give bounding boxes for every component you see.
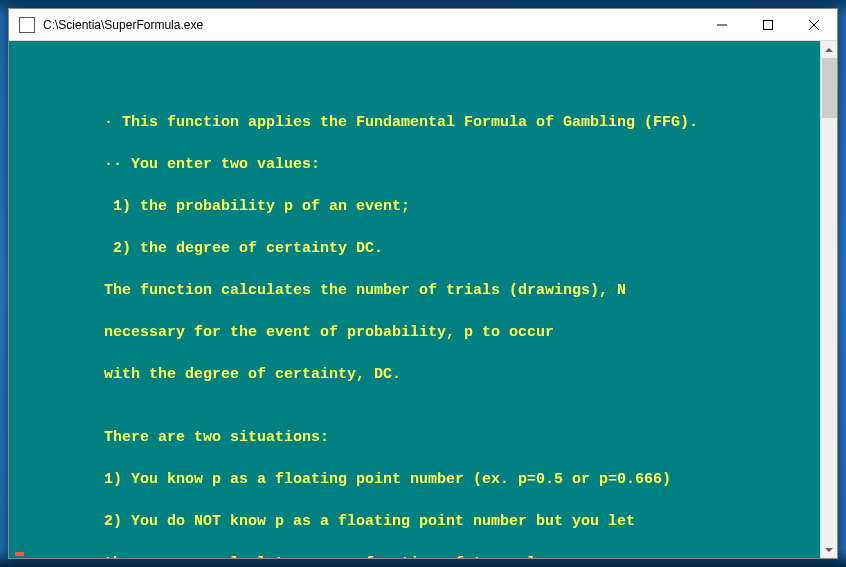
console[interactable]: · This function applies the Fundamental … xyxy=(9,41,820,558)
console-line: 1) You know p as a floating point number… xyxy=(9,469,820,490)
chevron-down-icon xyxy=(825,548,833,552)
console-line: necessary for the event of probability, … xyxy=(9,322,820,343)
svg-rect-1 xyxy=(764,20,773,29)
console-line: The function calculates the number of tr… xyxy=(9,280,820,301)
chevron-up-icon xyxy=(825,48,833,52)
scroll-down-button[interactable] xyxy=(821,541,837,558)
titlebar[interactable]: C:\Scientia\SuperFormula.exe xyxy=(9,9,837,41)
close-button[interactable] xyxy=(791,9,837,40)
console-line: 2) You do NOT know p as a floating point… xyxy=(9,511,820,532)
console-line: 1) the probability p of an event; xyxy=(9,196,820,217)
titlebar-controls xyxy=(699,9,837,40)
client-area: · This function applies the Fundamental … xyxy=(9,41,837,558)
console-line: with the degree of certainty, DC. xyxy=(9,364,820,385)
maximize-button[interactable] xyxy=(745,9,791,40)
app-window: C:\Scientia\SuperFormula.exe · This func… xyxy=(8,8,838,559)
console-line: the program calculate p as a fraction of… xyxy=(9,553,820,558)
minimize-button[interactable] xyxy=(699,9,745,40)
console-line: There are two situations: xyxy=(9,427,820,448)
console-line: 2) the degree of certainty DC. xyxy=(9,238,820,259)
scroll-thumb[interactable] xyxy=(822,58,837,118)
vertical-scrollbar[interactable] xyxy=(820,41,837,558)
cursor xyxy=(15,552,24,556)
console-content: · This function applies the Fundamental … xyxy=(9,41,820,558)
console-line: ·· You enter two values: xyxy=(9,154,820,175)
scroll-up-button[interactable] xyxy=(821,41,837,58)
app-icon xyxy=(19,17,35,33)
window-title: C:\Scientia\SuperFormula.exe xyxy=(43,18,699,32)
console-line: · This function applies the Fundamental … xyxy=(9,112,820,133)
